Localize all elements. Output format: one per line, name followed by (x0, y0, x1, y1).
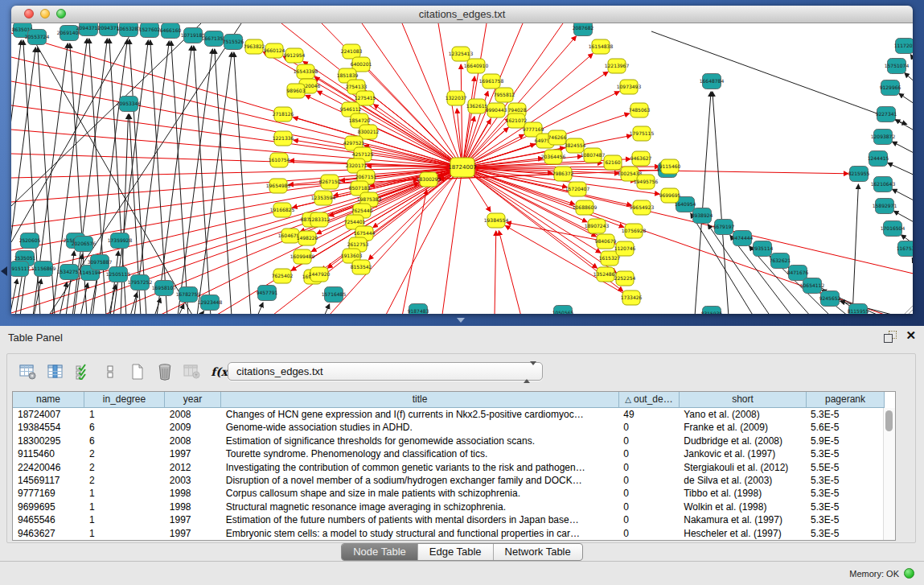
network-node[interactable]: 1120746 (614, 241, 636, 256)
column-header-outde[interactable]: △out_de… (619, 392, 680, 408)
table-cell[interactable]: 0 (618, 474, 679, 487)
network-node[interactable]: 1050565 (552, 306, 574, 315)
table-cell[interactable]: Tibbo et al. (1998) (679, 487, 806, 500)
network-edge[interactable] (11, 154, 462, 167)
network-edge[interactable] (695, 92, 711, 314)
network-edge[interactable] (178, 49, 212, 314)
zoom-traffic-light-icon[interactable] (56, 9, 66, 19)
table-cell[interactable]: 2009 (165, 421, 221, 434)
table-cell[interactable]: 5.5E-5 (806, 461, 884, 474)
table-cell[interactable]: 5.3E-5 (806, 447, 884, 460)
select-all-columns-icon[interactable] (73, 362, 92, 381)
table-cell[interactable]: 19384554 (13, 421, 84, 434)
network-edge[interactable] (852, 184, 858, 314)
network-node[interactable]: 10654112 (800, 278, 825, 294)
network-node[interactable]: 20953346 (117, 97, 142, 112)
table-cell[interactable]: 0 (618, 461, 679, 474)
network-node[interactable]: 11156869 (31, 262, 56, 277)
table-row[interactable]: 1830029562008Estimation of significance … (13, 435, 884, 447)
network-node[interactable]: 7515526 (223, 35, 244, 50)
table-cell[interactable]: 5.6E-5 (806, 421, 884, 434)
network-node[interactable]: 19495756 (634, 175, 659, 189)
column-header-title[interactable]: title (221, 392, 619, 408)
network-edge[interactable] (893, 189, 913, 202)
table-cell[interactable]: 5.3E-5 (806, 487, 884, 500)
show-columns-icon[interactable] (46, 362, 65, 381)
table-cell[interactable]: Embryonic stem cells: a model to study s… (221, 527, 619, 540)
network-edge[interactable] (910, 55, 913, 64)
network-node[interactable]: 15892971 (873, 199, 897, 214)
network-edge[interactable] (912, 257, 913, 266)
table-cell[interactable]: Corpus callosum shape and size in male p… (221, 487, 619, 500)
resize-grip-icon[interactable] (904, 303, 913, 314)
network-node[interactable]: 12353594 (311, 191, 336, 205)
table-cell[interactable]: 1997 (165, 513, 221, 526)
network-node[interactable]: 9463627 (630, 151, 652, 166)
network-edge[interactable] (150, 40, 167, 314)
network-node[interactable]: 1244415 (868, 151, 889, 167)
tab-edge-table[interactable]: Edge Table (417, 544, 493, 560)
network-node[interactable]: 19384554 (484, 213, 509, 228)
table-cell[interactable]: 1997 (165, 447, 221, 460)
network-node[interactable]: 16640910 (464, 59, 489, 73)
network-node[interactable]: 1283312 (309, 212, 331, 227)
table-cell[interactable]: 2003 (165, 474, 221, 487)
table-cell[interactable]: Yano et al. (2008) (679, 408, 806, 421)
table-row[interactable]: 911546021997Tourette syndrome. Phenomeno… (13, 447, 884, 460)
table-cell[interactable]: 22420046 (13, 461, 84, 474)
float-window-icon[interactable] (884, 331, 897, 343)
network-edge[interactable] (11, 57, 462, 167)
network-node[interactable]: 18300295 (417, 172, 441, 187)
network-edge[interactable] (893, 142, 913, 154)
network-node[interactable]: 9245652 (819, 291, 841, 307)
table-cell[interactable]: 0 (618, 527, 679, 540)
network-node[interactable]: 8215955 (848, 167, 870, 182)
row-height-icon[interactable] (101, 362, 120, 381)
table-cell[interactable]: 6 (84, 421, 165, 434)
network-edge[interactable] (74, 254, 82, 314)
network-edge[interactable] (215, 49, 232, 314)
network-node[interactable]: 7485063 (629, 103, 651, 117)
table-cell[interactable]: 1 (84, 408, 165, 421)
table-cell[interactable]: 0 (618, 513, 679, 526)
table-cell[interactable]: 0 (618, 487, 679, 500)
column-header-short[interactable]: short (680, 392, 807, 408)
network-node[interactable]: 10973493 (617, 80, 642, 94)
table-cell[interactable]: 18300295 (13, 435, 84, 447)
table-cell[interactable]: 0 (618, 435, 679, 447)
network-node[interactable]: 10688609 (573, 200, 598, 215)
network-node[interactable]: 8115955 (848, 304, 869, 315)
table-cell[interactable]: 5.9E-5 (806, 435, 884, 447)
panel-collapse-handle-icon[interactable] (1, 266, 7, 276)
network-edge[interactable] (200, 311, 204, 314)
network-node[interactable]: 8267150 (319, 175, 341, 189)
network-node[interactable]: 10807487 (581, 148, 606, 163)
network-node[interactable]: 7963822 (244, 39, 265, 54)
network-node[interactable]: 9699695 (659, 188, 681, 203)
table-cell[interactable]: 9465546 (13, 513, 84, 526)
table-cell[interactable]: Wolkin et al. (1998) (679, 501, 806, 513)
network-edge[interactable] (495, 231, 496, 314)
column-header-pagerank[interactable]: pagerank (807, 392, 885, 408)
table-cell[interactable]: Genome-wide association studies in ADHD. (221, 421, 619, 434)
network-node[interactable]: 1527602 (139, 23, 161, 38)
network-edge[interactable] (888, 163, 913, 176)
network-node[interactable]: 15716485 (322, 287, 347, 303)
table-cell[interactable]: Dudbridge et al. (2008) (679, 435, 806, 447)
network-canvas[interactable]: 8635011205537242069140620943718209437110… (11, 23, 913, 314)
table-cell[interactable]: Hescheler et al. (1997) (679, 527, 806, 540)
network-node[interactable]: 7625402 (272, 269, 294, 283)
network-edge[interactable] (171, 41, 188, 314)
network-edge[interactable] (257, 303, 263, 314)
network-node[interactable]: 18907243 (585, 219, 610, 233)
network-node[interactable]: 7632621 (770, 253, 791, 269)
network-node[interactable]: 15720407 (565, 182, 590, 196)
network-edge[interactable] (499, 231, 521, 314)
table-cell[interactable]: 2 (84, 461, 165, 474)
table-cell[interactable]: 0 (618, 501, 679, 513)
close-traffic-light-icon[interactable] (24, 9, 34, 19)
network-edge[interactable] (462, 167, 913, 274)
network-node[interactable]: 6679197 (713, 220, 735, 235)
table-row[interactable]: 977716911998Corpus callosum shape and si… (13, 487, 884, 500)
table-row[interactable]: 1938455462009Genome-wide association stu… (13, 421, 884, 434)
